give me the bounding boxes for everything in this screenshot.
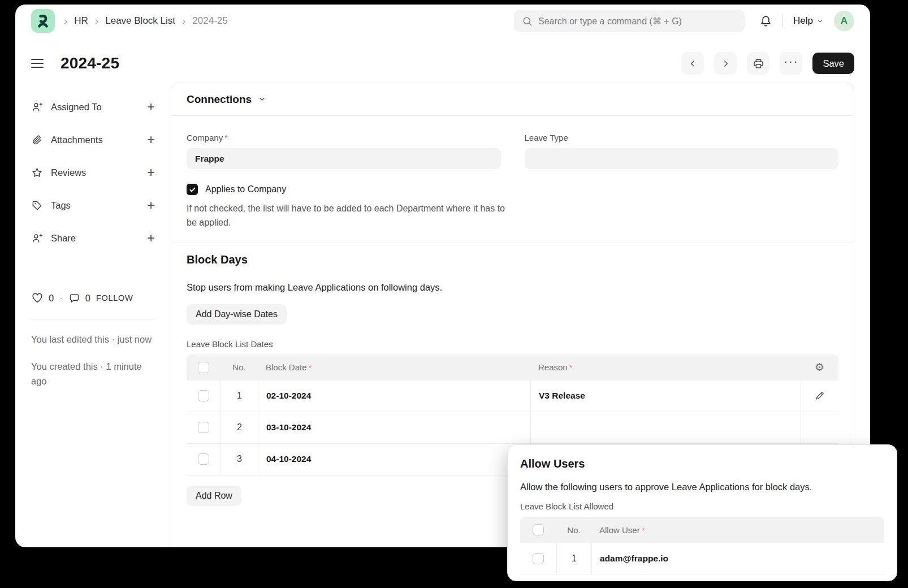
print-button[interactable] (747, 52, 769, 75)
select-all-checkbox[interactable] (198, 362, 209, 373)
applies-to-company-row: Applies to Company (187, 184, 838, 195)
sidebar-item-attachments[interactable]: Attachments + (31, 123, 155, 156)
title-bar: 2024-25 ··· Save (15, 37, 870, 83)
prev-record-button[interactable] (681, 52, 704, 75)
row-checkbox[interactable] (533, 553, 544, 564)
search-placeholder: Search or type a command (⌘ + G) (538, 16, 682, 27)
table-settings-button[interactable]: ⚙ (801, 354, 838, 381)
reason-cell[interactable] (530, 412, 801, 443)
block-date-cell[interactable]: 03-10-2024 (258, 412, 530, 443)
navbar: › HR › Leave Block List › 2024-25 Search… (15, 5, 870, 37)
block-days-title: Block Days (187, 253, 838, 266)
help-label: Help (793, 15, 813, 27)
sidebar-item-label: Reviews (51, 167, 86, 178)
allowed-users-table: No. Allow User* 1 adam@frappe.io (520, 517, 884, 574)
form-fields: Company* Frappe Leave Type (171, 116, 854, 169)
save-button[interactable]: Save (812, 53, 854, 74)
row-checkbox[interactable] (198, 453, 209, 465)
company-label: Company* (187, 133, 501, 142)
last-edited-text: You last edited this · just now (31, 332, 155, 347)
leave-type-field[interactable] (525, 148, 839, 169)
sidebar-item-tags[interactable]: Tags + (31, 189, 155, 222)
connections-section-header[interactable]: Connections (171, 83, 854, 116)
sidebar-item-label: Tags (51, 200, 71, 211)
chevron-right-icon (721, 59, 730, 68)
row-number: 2 (220, 412, 258, 443)
breadcrumb-current: 2024-25 (192, 15, 227, 27)
breadcrumb-hr[interactable]: HR (74, 15, 88, 27)
required-marker: * (309, 362, 312, 372)
col-allow-user: Allow User* (591, 517, 884, 543)
share-button[interactable]: + (147, 231, 155, 245)
heart-icon[interactable] (31, 292, 44, 304)
connections-label: Connections (187, 93, 252, 106)
ellipsis-icon: ··· (784, 61, 798, 66)
sidebar-divider (31, 319, 155, 319)
col-no: No. (556, 517, 591, 543)
required-marker: * (224, 133, 228, 142)
required-marker: * (642, 525, 645, 535)
company-field-group: Company* Frappe (187, 133, 501, 169)
created-text: You created this · 1 minute ago (31, 359, 155, 388)
table-row[interactable]: 1 02-10-2024 V3 Release (187, 381, 838, 412)
screen: › HR › Leave Block List › 2024-25 Search… (0, 0, 908, 588)
check-icon (189, 186, 196, 193)
sidebar-toggle-button[interactable] (31, 59, 44, 68)
follow-button[interactable]: FOLLOW (96, 293, 133, 302)
breadcrumb-leave-block-list[interactable]: Leave Block List (105, 15, 175, 27)
add-daywise-dates-button[interactable]: Add Day-wise Dates (187, 304, 287, 325)
leave-type-label: Leave Type (525, 133, 839, 142)
title-actions: ··· Save (681, 52, 854, 75)
sidebar-item-share[interactable]: Share + (31, 222, 155, 254)
table-row[interactable]: 1 adam@frappe.io (520, 543, 884, 574)
company-field[interactable]: Frappe (187, 148, 501, 169)
next-record-button[interactable] (714, 52, 737, 75)
table-row[interactable]: 2 03-10-2024 (187, 412, 838, 444)
applies-to-company-checkbox[interactable] (187, 184, 198, 195)
pencil-icon (815, 391, 825, 401)
avatar[interactable]: A (834, 11, 854, 31)
navbar-divider (782, 14, 783, 28)
block-date-cell[interactable]: 04-10-2024 (258, 444, 530, 475)
comment-icon[interactable] (68, 292, 80, 304)
col-no: No. (220, 354, 258, 381)
more-options-button[interactable]: ··· (780, 52, 802, 75)
search-input[interactable]: Search or type a command (⌘ + G) (514, 10, 745, 32)
chevron-left-icon (688, 59, 698, 68)
help-menu[interactable]: Help (793, 15, 824, 27)
row-number: 1 (220, 381, 258, 412)
add-review-button[interactable]: + (147, 166, 155, 179)
allow-user-cell[interactable]: adam@frappe.io (591, 543, 884, 574)
reason-cell[interactable]: V3 Release (530, 381, 801, 412)
block-dates-table-label: Leave Block List Dates (187, 339, 838, 349)
select-all-checkbox[interactable] (533, 524, 544, 535)
navbar-right: Help A (759, 11, 854, 31)
applies-description: If not checked, the list will have to be… (187, 202, 506, 230)
chevron-down-icon (816, 18, 824, 25)
allowed-table-label: Leave Block List Allowed (520, 501, 884, 511)
user-plus-icon (31, 232, 43, 244)
add-tag-button[interactable]: + (147, 198, 155, 212)
row-checkbox[interactable] (198, 422, 209, 433)
block-dates-table-header: No. Block Date* Reason* ⚙ (187, 354, 838, 381)
app-logo[interactable] (31, 9, 55, 33)
gear-icon: ⚙ (815, 361, 824, 374)
add-assignment-button[interactable]: + (147, 100, 155, 114)
notifications-button[interactable] (759, 15, 772, 28)
printer-icon (753, 58, 764, 70)
block-days-description: Stop users from making Leave Application… (187, 282, 838, 293)
allow-users-title: Allow Users (520, 457, 884, 470)
edit-row-button[interactable] (801, 381, 838, 412)
page-title: 2024-25 (60, 54, 119, 72)
sidebar-item-assigned-to[interactable]: Assigned To + (31, 90, 155, 123)
sidebar-item-reviews[interactable]: Reviews + (31, 156, 155, 189)
chevron-right-icon: › (95, 15, 98, 26)
block-date-cell[interactable]: 02-10-2024 (258, 381, 530, 412)
frappe-hr-logo-icon (36, 13, 50, 29)
likes-count: 0 (49, 293, 54, 304)
add-attachment-button[interactable]: + (147, 133, 155, 146)
comments-count: 0 (85, 293, 90, 304)
tag-icon (31, 200, 43, 211)
add-row-button[interactable]: Add Row (187, 486, 241, 506)
row-checkbox[interactable] (198, 390, 209, 401)
